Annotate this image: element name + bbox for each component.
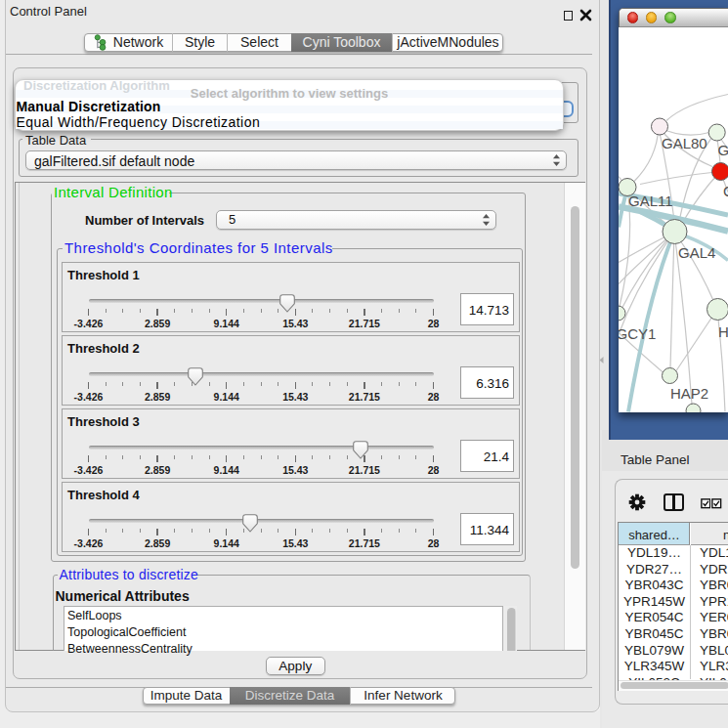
svg-text:GCY1: GCY1 (619, 324, 656, 341)
svg-text:GAL4: GAL4 (678, 243, 715, 260)
svg-text:GAL: GAL (718, 141, 728, 157)
svg-text:HAP2: HAP2 (670, 384, 708, 401)
svg-text:HIS: HIS (718, 323, 728, 340)
svg-text:GAL80: GAL80 (662, 135, 707, 151)
svg-text:CY: CY (723, 183, 728, 199)
svg-text:GAL11: GAL11 (628, 193, 673, 209)
